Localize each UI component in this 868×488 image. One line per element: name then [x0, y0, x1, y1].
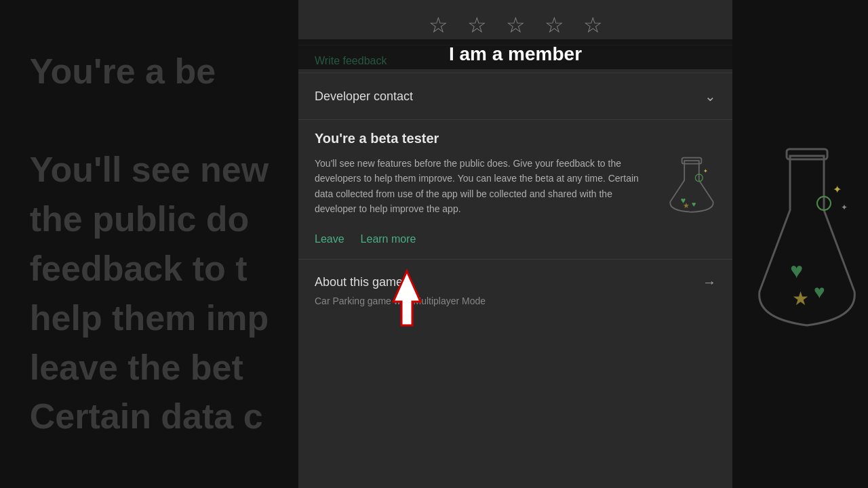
svg-text:✦: ✦ — [833, 184, 842, 195]
star-2[interactable]: ☆ — [467, 12, 487, 38]
flask-small-icon: ♥ ♥ ★ ✦ — [667, 156, 716, 217]
background-left: You're a be You'll see new the public do… — [0, 0, 298, 488]
beta-tester-body: You'll see new features before the publi… — [315, 156, 656, 217]
star-5[interactable]: ☆ — [583, 12, 603, 38]
about-arrow-icon: → — [703, 274, 716, 290]
learn-more-link[interactable]: Learn more — [361, 233, 416, 245]
about-label: About this game — [315, 275, 403, 289]
background-text: You're a be You'll see new the public do… — [16, 33, 282, 455]
stars-row: ☆ ☆ ☆ ☆ ☆ — [298, 0, 732, 45]
background-right: ♥ ♥ ★ ✦ ✦ — [732, 0, 868, 488]
developer-contact-label: Developer contact — [315, 89, 413, 104]
svg-text:♥: ♥ — [692, 200, 696, 208]
svg-text:✦: ✦ — [841, 203, 848, 212]
about-description: Car Parking game with Multiplayer Mode — [298, 296, 732, 317]
star-1[interactable]: ☆ — [429, 12, 448, 38]
developer-contact-row[interactable]: Developer contact ⌄ — [298, 73, 732, 119]
svg-text:★: ★ — [792, 288, 809, 309]
svg-text:✦: ✦ — [703, 168, 708, 174]
svg-text:♥: ♥ — [790, 258, 803, 283]
svg-text:♥: ♥ — [814, 281, 825, 302]
about-row[interactable]: About this game → — [298, 260, 732, 296]
flask-icon-bg: ♥ ♥ ★ ✦ ✦ — [753, 142, 861, 346]
developer-contact-chevron-icon: ⌄ — [705, 88, 716, 104]
beta-content: You'll see new features before the publi… — [315, 156, 716, 217]
overlay-title: I am a member — [298, 39, 732, 69]
action-links: Leave Learn more — [298, 222, 732, 256]
star-3[interactable]: ☆ — [506, 12, 526, 38]
about-section: About this game → Car Parking game with … — [298, 259, 732, 317]
star-4[interactable]: ☆ — [545, 12, 564, 38]
svg-text:★: ★ — [683, 201, 690, 209]
main-panel: ☆ ☆ ☆ ☆ ☆ I am a member Write feedback D… — [298, 0, 732, 488]
beta-tester-section: You're a beta tester You'll see new feat… — [298, 120, 732, 222]
svg-rect-0 — [787, 149, 827, 159]
beta-tester-title: You're a beta tester — [315, 131, 716, 146]
leave-link[interactable]: Leave — [315, 233, 344, 245]
